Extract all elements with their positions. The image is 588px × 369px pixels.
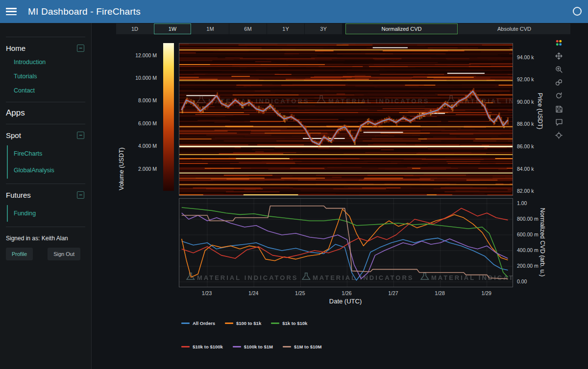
sidebar-item-globalanalysis[interactable]: GlobalAnalysis [8,162,85,179]
legend-swatch-icon [181,323,190,324]
crosshair-icon[interactable] [554,131,563,139]
range-button-1d[interactable]: 1D [116,23,153,34]
normalized-cvd-button[interactable]: Normalized CVD [345,23,458,34]
price-axis-title: Price (USDT) [537,93,543,129]
legend-swatch-icon [233,346,241,347]
sidebar-section-apps: Apps [6,107,85,119]
legend-item[interactable]: All Orders [181,321,215,326]
axis-tick-label: 86.00 k [517,143,534,149]
legend-row-1: All Orders$100 to $1k$1k to $10k [181,321,307,326]
menu-toggle-button[interactable] [6,8,17,15]
axis-tick-label: 82.00 k [517,188,534,194]
divider [6,102,85,102]
axis-tick-label: 4.000 M [128,143,157,149]
axis-tick-label: 10.000 M [128,75,157,81]
save-icon[interactable] [554,104,563,113]
legend-item[interactable]: $100k to $1M [233,344,273,349]
axis-tick-label: 200.00 m [517,263,539,269]
zoom-in-icon[interactable] [554,65,563,73]
sidebar-item-contact[interactable]: Contact [14,84,85,98]
sidebar-item-funding[interactable]: Funding [8,205,85,222]
range-button-1m[interactable]: 1M [192,23,229,34]
firecharts-panel: Volume (USDT) Price (USDT) Normalized CV… [112,37,568,361]
axis-tick-label: 6.000 M [128,120,157,126]
divider [6,184,85,184]
app-header: MI Dashboard - FireCharts [0,0,588,23]
sidebar-section-spot[interactable]: Spot − [6,131,85,139]
range-button-3y[interactable]: 3Y [305,23,342,34]
range-button-1y[interactable]: 1Y [267,23,304,34]
axis-tick-label: 1.00 [517,200,527,206]
volume-colorbar [163,43,174,191]
axis-tick-label: 1/25 [295,290,305,296]
sidebar-item-tutorials[interactable]: Tutorials [14,69,85,84]
sidebar-item-introduction[interactable]: Introduction [14,55,85,69]
absolute-cvd-button[interactable]: Absolute CVD [458,23,570,34]
hamburger-icon [6,8,17,9]
axis-tick-label: 1/28 [435,290,444,296]
legend-swatch-icon [181,346,190,347]
axis-tick-label: 600.00 m [517,231,539,237]
axis-tick-label: 0.00 [517,278,527,284]
axis-tick-label: 1/24 [248,290,258,296]
volume-axis-title: Volume (USDT) [118,147,125,190]
axis-tick-label: 400.00 m [517,247,539,253]
legend-label: $1M to $10M [294,344,322,349]
axis-tick-label: 92.00 k [517,76,534,82]
legend-label: $100k to $1M [244,344,273,349]
axis-tick-label: 1/27 [388,290,398,296]
collapse-icon[interactable]: − [77,45,84,52]
sidebar-item-firecharts[interactable]: FireCharts [8,145,85,162]
axis-tick-label: 12.000 M [128,52,157,58]
price-heatmap-chart[interactable] [179,43,513,196]
sign-out-button[interactable]: Sign Out [48,248,80,260]
divider [6,227,85,227]
refresh-icon[interactable] [554,91,563,100]
cvd-axis-title: Normalized CVD (arb. u.) [539,208,546,277]
page-title: MI Dashboard - FireCharts [28,6,141,17]
axis-tick-label: 90.00 k [517,99,534,105]
section-label-spot: Spot [6,131,21,139]
x-axis-title: Date (UTC) [329,298,362,305]
axis-tick-label: 1/23 [202,290,212,296]
legend-label: $1k to $10k [282,321,307,326]
chart-modebar [554,38,563,139]
legend-item[interactable]: $1M to $10M [283,344,322,349]
compare-icon[interactable] [554,78,563,87]
legend-item[interactable]: $10k to $100k [181,344,223,349]
sidebar: Home − Introduction Tutorials Contact Ap… [0,23,92,369]
legend-swatch-icon [283,346,291,347]
signed-in-text: Signed in as: Keith Alan [6,235,85,242]
range-button-6m[interactable]: 6M [229,23,267,34]
collapse-icon[interactable]: − [77,132,84,139]
legend-row-2: $10k to $100k$100k to $1M$1M to $10M [181,344,321,349]
header-status-circle-icon[interactable] [573,7,582,16]
legend-label: $100 to $1k [236,321,261,326]
axis-tick-label: 800.00 m [517,216,539,222]
axis-tick-label: 2.000 M [128,166,157,172]
legend-swatch-icon [271,323,279,324]
range-button-1w[interactable]: 1W [154,23,191,34]
axis-tick-label: 8.000 M [128,97,157,103]
section-label-futures: Futures [6,191,31,199]
axis-tick-label: 94.00 k [517,54,534,60]
legend-item[interactable]: $100 to $1k [225,321,261,326]
axis-tick-label: 1/29 [481,290,491,296]
collapse-icon[interactable]: − [77,191,84,199]
section-label-home: Home [6,44,25,52]
chart-toolbar: 1D 1W 1M 6M 1Y 3Y Normalized CVD Absolut… [116,23,570,34]
comment-icon[interactable] [554,117,563,126]
axis-tick-label: 1/26 [342,290,351,296]
pan-icon[interactable] [554,51,563,60]
legend-label: $10k to $100k [193,344,223,349]
legend-swatch-icon [225,323,233,324]
profile-button[interactable]: Profile [6,248,33,260]
sidebar-section-futures[interactable]: Futures − [6,191,85,199]
palette-icon[interactable] [554,38,563,47]
legend-label: All Orders [193,321,215,326]
sidebar-section-home[interactable]: Home − [6,44,85,52]
legend-item[interactable]: $1k to $10k [271,321,307,326]
axis-tick-label: 84.00 k [517,166,534,172]
cvd-line-chart[interactable] [179,198,513,287]
toolbar-spacer [343,23,345,34]
